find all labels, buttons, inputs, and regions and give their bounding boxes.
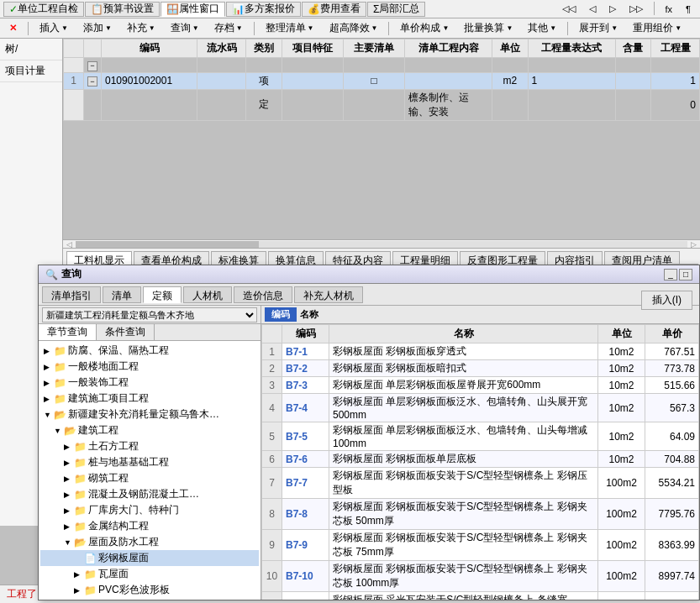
add-btn[interactable]: 添加 ▼ (77, 19, 118, 37)
right-table-row[interactable]: 2 B7-2 彩钢板屋面 彩钢板面板暗扣式 10m2 773.78 (262, 360, 699, 377)
tab-properties[interactable]: 🪟 属性窗口 (161, 2, 225, 17)
tab-multi-plan[interactable]: 📊 多方案报价 (226, 2, 301, 17)
nav-btn-end[interactable]: ▷▷ (624, 2, 649, 16)
tree-node-14[interactable]: ▶ 📁 瓦屋面 (40, 566, 259, 582)
tree-toggle-14[interactable]: ▶ (74, 570, 82, 579)
dialog-minimize-btn[interactable]: _ (664, 269, 677, 281)
tree-toggle-11[interactable]: ▶ (64, 522, 72, 531)
unit-price-btn[interactable]: 单价构成 ▼ (394, 19, 455, 37)
nav-btn-fwd[interactable]: ▷ (603, 2, 622, 16)
right-table-row[interactable]: 10 B7-10 彩钢板屋面 彩钢板面板安装于S/C型轻型钢檩条上 彩钢夹芯板 … (262, 561, 699, 592)
right-row-price: 773.78 (645, 360, 699, 377)
tree-toggle-12[interactable]: ▼ (64, 538, 72, 547)
region-select[interactable]: 新疆建筑工程消耗量定额乌鲁木齐地 (42, 307, 257, 322)
batch-convert-btn[interactable]: 批量换算 ▼ (458, 19, 518, 37)
add-dropdown-arrow: ▼ (105, 24, 112, 32)
table-row[interactable]: 定 檩条制作、运输、安装 0 (64, 89, 700, 120)
tree-toggle-3[interactable]: ▶ (44, 395, 52, 403)
right-table-row[interactable]: 1 B7-1 彩钢板屋面 彩钢板面板穿透式 10m2 767.51 (262, 343, 699, 360)
tree-node-9[interactable]: ▶ 📁 混凝土及钢筋混凝土工… (40, 486, 259, 502)
nav-btn-back[interactable]: ◁ (583, 2, 602, 16)
tree-node-15[interactable]: ▶ 📁 PVC彩色波形板 (40, 582, 259, 598)
upper-grid[interactable]: 编码 流水码 类别 项目特征 主要清单 清单工程内容 单位 工程量表达式 含量 … (63, 39, 700, 240)
right-table-row[interactable]: 7 B7-7 彩钢板屋面 彩钢板面板安装于S/C型轻型钢檩条上 彩钢压型板 10… (262, 468, 699, 499)
tree-label-6: 土石方工程 (88, 439, 139, 454)
row-collapse-icon[interactable]: − (87, 76, 97, 87)
tree-node-13[interactable]: 📄 彩钢板屋面 (40, 550, 259, 566)
tab-budget-settings[interactable]: 📋 预算书设置 (85, 2, 160, 17)
paragraph-btn[interactable]: ¶ (680, 2, 697, 16)
query-btn[interactable]: 查询 ▼ (165, 19, 205, 37)
right-table-row[interactable]: 9 B7-9 彩钢板屋面 彩钢板面板安装于S/C型轻型钢檩条上 彩钢夹芯板 75… (262, 530, 699, 561)
right-table-row[interactable]: 5 B7-5 彩钢板屋面 单层彩钢板面板泛水、包墙转角、山头每增减100mm 1… (262, 422, 699, 451)
tree-area[interactable]: ▶ 📁 防腐、保温、隔热工程 ▶ 📁 一般楼地面工程 ▶ 📁 一般装饰工程 ▶ … (39, 341, 261, 600)
collapse-btn-cell[interactable]: − (84, 58, 102, 73)
right-table-row[interactable]: 4 B7-4 彩钢板屋面 单层彩钢板面板泛水、包墙转角、山头展开宽500mm 1… (262, 394, 699, 422)
tree-toggle-2[interactable]: ▶ (44, 379, 52, 387)
tree-node-5[interactable]: ▼ 📂 建筑工程 (40, 422, 259, 438)
tree-toggle-10[interactable]: ▶ (64, 506, 72, 515)
tab-cost-view[interactable]: 💰 费用查看 (302, 2, 366, 17)
right-row-unit: 10m2 (598, 451, 645, 468)
tree-node-12[interactable]: ▼ 📂 屋面及防水工程 (40, 534, 259, 550)
other-btn[interactable]: 其他 ▼ (522, 19, 562, 37)
tree-toggle-9[interactable]: ▶ (64, 490, 72, 499)
tree-toggle-15[interactable]: ▶ (74, 586, 82, 595)
right-table-row[interactable]: 6 B7-6 彩钢板屋面 彩钢板面板单层底板 10m2 704.88 (262, 451, 699, 468)
nav-btn-prev[interactable]: ◁◁ (556, 2, 582, 16)
dialog-tab-quota[interactable]: 定额 (143, 286, 182, 303)
tree-label-16: 阳光板屋面 (98, 599, 149, 600)
organize-list-btn[interactable]: 整理清单 ▼ (260, 19, 320, 37)
tree-node-3[interactable]: ▶ 📁 建筑施工项目工程 (40, 391, 259, 406)
sidebar-item-project[interactable]: 项目计量 (0, 60, 62, 82)
reuse-price-btn[interactable]: 重用组价 ▼ (627, 19, 687, 37)
dialog-right-table[interactable]: 编码 名称 单位 单价 1 B7-1 彩钢板屋面 彩钢板面板穿透式 10m2 7… (261, 324, 699, 600)
tree-node-6[interactable]: ▶ 📁 土石方工程 (40, 438, 259, 454)
tree-toggle-6[interactable]: ▶ (64, 443, 72, 451)
tree-node-2[interactable]: ▶ 📁 一般装饰工程 (40, 375, 259, 391)
height-eff-btn[interactable]: 超高降效 ▼ (324, 19, 384, 37)
insert-btn[interactable]: 插入 ▼ (34, 19, 74, 37)
tree-node-7[interactable]: ▶ 📁 桩与地基基础工程 (40, 454, 259, 470)
table-row[interactable]: 1 − 010901002001 项 □ m2 1 1 (64, 72, 700, 89)
tree-node-1[interactable]: ▶ 📁 一般楼地面工程 (40, 359, 259, 375)
tab-unit-check[interactable]: ✓ 单位工程自检 (3, 2, 84, 17)
sidebar-item-tree[interactable]: 树/ (0, 39, 62, 60)
collapse-icon[interactable]: − (87, 61, 97, 71)
tree-toggle-8[interactable]: ▶ (64, 475, 72, 483)
dialog-tab-materials[interactable]: 人材机 (183, 286, 232, 303)
dialog-tab-supp-materials[interactable]: 补充人材机 (294, 286, 363, 303)
table-row[interactable]: − (64, 58, 700, 73)
right-row-num: 5 (262, 422, 282, 451)
tree-toggle-1[interactable]: ▶ (44, 363, 52, 371)
tree-node-11[interactable]: ▶ 📁 金属结构工程 (40, 518, 259, 534)
tree-toggle-0[interactable]: ▶ (44, 347, 52, 355)
dialog-maximize-btn[interactable]: □ (679, 269, 692, 281)
tree-node-10[interactable]: ▶ 📁 厂库房大门、特种门 (40, 502, 259, 518)
expand-btn[interactable]: 展开到 ▼ (573, 19, 624, 37)
tree-label-0: 防腐、保温、隔热工程 (68, 343, 169, 358)
tree-toggle-5[interactable]: ▼ (54, 427, 62, 435)
tree-toggle-4[interactable]: ▼ (44, 411, 52, 419)
supplement-btn[interactable]: 补充 ▼ (121, 19, 161, 37)
tree-node-16[interactable]: ▶ 📁 阳光板屋面 (40, 598, 259, 600)
search-tab-chapter[interactable]: 章节查询 (39, 324, 97, 340)
tree-node-0[interactable]: ▶ 📁 防腐、保温、隔热工程 (40, 343, 259, 359)
tab-partial-sum[interactable]: Σ 局部汇总 (367, 2, 425, 17)
right-table-row[interactable]: 3 B7-3 彩钢板屋面 单层彩钢板面板屋脊展开宽600mm 10m2 515.… (262, 377, 699, 394)
folder-open-icon-12: 📂 (74, 537, 87, 548)
right-table-row[interactable]: 11 B7-11 彩钢板屋面 采光瓦安装于S/C型轻型钢檩条上 条缝宽1.2mm… (262, 592, 699, 600)
dialog-tab-list[interactable]: 清单 (103, 286, 141, 303)
tree-toggle-7[interactable]: ▶ (64, 459, 72, 467)
dialog-tab-cost-info[interactable]: 造价信息 (234, 286, 292, 303)
search-tab-condition[interactable]: 条件查询 (97, 324, 155, 340)
formula-btn[interactable]: fx (660, 2, 679, 16)
tree-node-4[interactable]: ▼ 📂 新疆建安补充消耗量定额乌鲁木… (40, 406, 259, 422)
tree-node-8[interactable]: ▶ 📁 砌筑工程 (40, 470, 259, 486)
dialog-tab-list-guide[interactable]: 清单指引 (42, 286, 101, 303)
archive-btn[interactable]: 存档 ▼ (208, 19, 249, 37)
right-row-unit: 100m2 (598, 468, 645, 499)
dialog-insert-btn[interactable]: 插入(I) (641, 291, 692, 310)
close-btn[interactable]: ✕ (3, 21, 23, 35)
right-table-row[interactable]: 8 B7-8 彩钢板屋面 彩钢板面板安装于S/C型轻型钢檩条上 彩钢夹芯板 50… (262, 499, 699, 530)
